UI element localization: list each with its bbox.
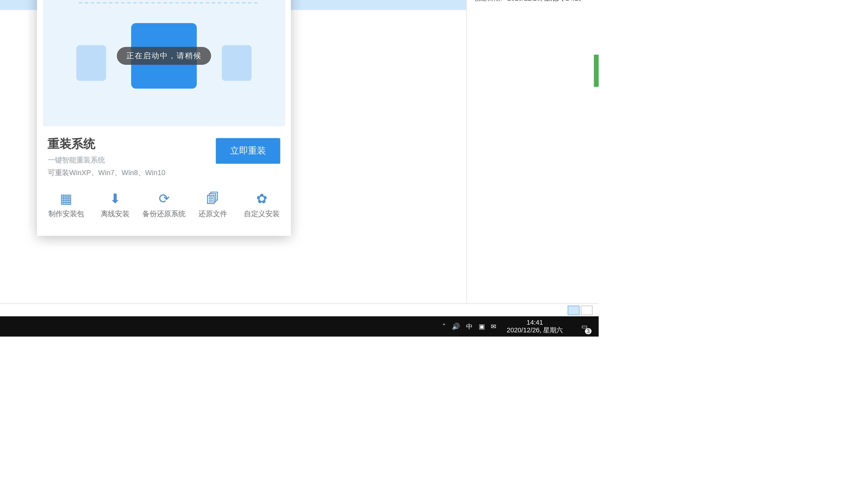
tool-icon: ⬇ (94, 191, 136, 207)
reinstall-sub1: 一键智能重装系统 (48, 156, 165, 166)
action-center-button[interactable]: ▭3 (574, 316, 595, 337)
app-tool-item[interactable]: ✿自定义安装 (240, 191, 283, 219)
taskbar[interactable]: ⊞ ⌕ ⧉ ▆ ◉ ˄ 🔊 中 ▣ ✉ 14:41 2020/12/26, 星期… (0, 316, 598, 337)
app-bottom-toolbar: ▦制作安装包⬇离线安装⟳备份还原系统🗐还原文件✿自定义安装 (37, 188, 291, 228)
tray-mail-icon[interactable]: ✉ (491, 323, 496, 330)
tray-ime-icon[interactable]: 中 (466, 322, 473, 331)
tool-icon: 🗐 (191, 191, 235, 207)
status-bar: 12 个项目 选中 1 个项目 27.6 MB (0, 303, 598, 316)
view-large-icons-button[interactable] (581, 305, 593, 315)
app-tool-item[interactable]: 🗐还原文件 (191, 191, 235, 219)
app-hero: 正在启动中，请稍候 (43, 0, 285, 126)
file-name: 硬盘安装教程.html (0, 21, 39, 31)
tray-overflow-icon[interactable]: ˄ (442, 323, 446, 330)
tool-icon: ▦ (45, 191, 88, 207)
tool-icon: ✿ (240, 191, 283, 207)
reinstall-heading: 重装系统 (48, 136, 165, 152)
loading-pill: 正在启动中，请稍候 (117, 47, 211, 65)
details-pane: 本地硬盘安装.exe 应用程序 ⊕ 修改日期:2020/10/12, 星期一 1… (466, 0, 599, 315)
file-name: 光盘说明.TXT (0, 10, 39, 20)
reinstall-now-button[interactable]: 立即重装 (216, 138, 280, 164)
hero-graphic-left (76, 45, 106, 81)
app-tool-item[interactable]: ▦制作安装包 (45, 191, 88, 219)
scrollbar-thumb[interactable] (594, 55, 598, 87)
tray-volume-icon[interactable]: 🔊 (452, 323, 460, 330)
tool-icon: ⟳ (143, 191, 185, 207)
taskbar-clock[interactable]: 14:41 2020/12/26, 星期六 (502, 319, 568, 334)
tray-network-icon[interactable]: ▣ (479, 323, 485, 330)
reinstall-sub2: 可重装WinXP、Win7、Win8、Win10 (48, 168, 165, 178)
meta-key-created: 创建日期: (474, 0, 507, 3)
meta-val-created: 2020/12/26, 星期六 14:15 (507, 0, 592, 3)
yunqishi-window[interactable]: 联系客服 ≡ — ✕ ♞ 云骑士装机大师 www.yunqishi.net ⍂启… (37, 0, 291, 236)
app-tool-item[interactable]: ⟳备份还原系统 (143, 191, 185, 219)
notification-badge: 3 (585, 328, 592, 334)
hero-graphic-right (222, 45, 252, 81)
view-details-button[interactable] (567, 305, 580, 315)
app-tool-item[interactable]: ⬇离线安装 (94, 191, 136, 219)
file-name: 本地硬盘安装.exe (0, 0, 26, 10)
